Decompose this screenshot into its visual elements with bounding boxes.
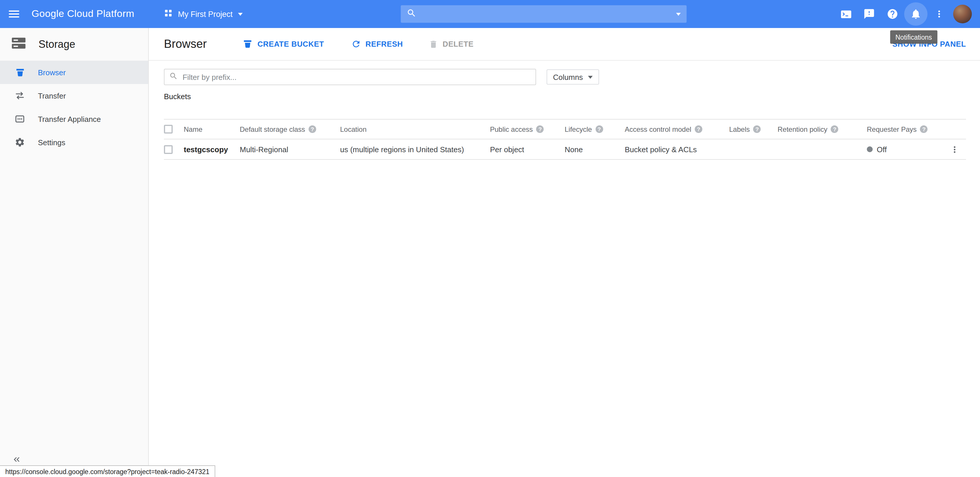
project-caret-icon — [238, 13, 243, 16]
cloud-shell-button[interactable] — [834, 2, 858, 25]
header-checkbox[interactable] — [164, 125, 173, 134]
hamburger-menu-button[interactable] — [0, 0, 28, 28]
sidebar-item-label: Transfer Appliance — [38, 114, 101, 123]
column-header-retention-policy: Retention policy — [778, 125, 867, 133]
help-icon[interactable] — [695, 126, 702, 133]
bucket-lifecycle: None — [565, 145, 625, 154]
filter-box — [164, 69, 536, 85]
sidebar-item-label: Browser — [38, 68, 65, 77]
column-header-storage-class: Default storage class — [240, 125, 340, 133]
create-bucket-icon — [243, 39, 253, 49]
transfer-arrows-icon — [14, 91, 25, 101]
bucket-requester-pays: Off — [867, 145, 943, 154]
page-header: Browser CREATE BUCKET REFRESH DELETE SHO… — [149, 28, 980, 60]
sidebar-item-transfer-appliance[interactable]: Transfer Appliance — [0, 107, 148, 130]
hamburger-icon — [9, 11, 19, 17]
status-bar: https://console.cloud.google.com/storage… — [0, 465, 215, 477]
main-content: Browser CREATE BUCKET REFRESH DELETE SHO… — [149, 28, 980, 477]
column-header-public-access: Public access — [490, 125, 565, 133]
top-bar: Google Cloud Platform My First Project — [0, 0, 980, 28]
requester-pays-status-dot — [867, 146, 873, 152]
sidebar-item-settings[interactable]: Settings — [0, 130, 148, 154]
row-more-vert-icon — [950, 144, 959, 154]
page-title: Browser — [164, 37, 207, 51]
overflow-menu-button[interactable] — [928, 2, 951, 25]
column-header-access-control: Access control model — [625, 125, 729, 133]
bucket-access-control: Bucket policy & ACLs — [625, 145, 729, 154]
help-button[interactable] — [881, 2, 904, 25]
sidebar-collapse-button[interactable] — [12, 455, 21, 466]
bucket-icon — [14, 67, 25, 78]
sidebar: Storage Browser Transfer Transfer Applia… — [0, 28, 149, 477]
bucket-storage-class: Multi-Regional — [240, 145, 340, 154]
help-icon[interactable] — [920, 126, 928, 133]
avatar[interactable] — [953, 5, 972, 23]
refresh-icon — [351, 39, 361, 49]
sidebar-title: Storage — [38, 38, 75, 51]
search-input[interactable] — [421, 10, 671, 19]
filter-search-icon — [169, 72, 178, 83]
bucket-row-checkbox[interactable] — [164, 145, 173, 154]
help-icon[interactable] — [753, 126, 761, 133]
column-header-labels: Labels — [729, 125, 778, 133]
gcp-logo[interactable]: Google Cloud Platform — [32, 8, 134, 20]
collapse-chevrons-icon — [12, 455, 21, 464]
column-header-name: Name — [184, 125, 240, 133]
search-icon — [407, 8, 417, 20]
terminal-icon — [840, 8, 852, 20]
delete-button: DELETE — [429, 39, 474, 49]
content-area: Columns Buckets Name Default storage cla… — [149, 60, 980, 160]
help-icon[interactable] — [831, 126, 838, 133]
feedback-icon — [863, 8, 875, 20]
project-selector[interactable]: My First Project — [164, 0, 243, 28]
column-header-requester-pays: Requester Pays — [867, 125, 943, 133]
bucket-public-access: Per object — [490, 145, 565, 154]
bucket-table-header: Name Default storage class Location Publ… — [164, 119, 966, 139]
help-icon[interactable] — [309, 126, 316, 133]
notifications-button[interactable] — [904, 2, 928, 25]
gcp-console: Google Cloud Platform My First Project — [0, 0, 980, 477]
bucket-row[interactable]: testgcscopy Multi-Regional us (multiple … — [164, 139, 966, 160]
sidebar-item-label: Settings — [38, 138, 65, 147]
storage-product-icon — [11, 35, 27, 54]
feedback-button[interactable] — [858, 2, 881, 25]
sidebar-nav: Browser Transfer Transfer Appliance Sett… — [0, 60, 148, 154]
columns-dropdown[interactable]: Columns — [547, 69, 600, 84]
bell-icon — [910, 8, 922, 20]
search-bar[interactable] — [401, 5, 687, 23]
bucket-name[interactable]: testgcscopy — [184, 145, 240, 154]
topbar-actions — [834, 0, 980, 28]
sidebar-item-browser[interactable]: Browser — [0, 60, 148, 84]
filter-input[interactable] — [183, 73, 531, 81]
notifications-tooltip: Notifications — [890, 30, 937, 44]
sidebar-item-label: Transfer — [38, 91, 66, 100]
columns-caret-icon — [588, 76, 593, 78]
help-icon — [887, 8, 898, 20]
gear-icon — [14, 137, 25, 148]
column-header-lifecycle: Lifecycle — [565, 125, 625, 133]
sidebar-item-transfer[interactable]: Transfer — [0, 84, 148, 107]
sidebar-header: Storage — [0, 28, 148, 60]
appliance-icon — [14, 114, 25, 124]
buckets-section-label: Buckets — [164, 92, 966, 101]
status-bar-url: https://console.cloud.google.com/storage… — [5, 468, 209, 475]
help-icon[interactable] — [536, 126, 544, 133]
more-vert-icon — [934, 9, 944, 19]
project-selector-label: My First Project — [178, 10, 233, 18]
search-caret-icon[interactable] — [676, 13, 681, 16]
row-menu-button[interactable] — [943, 144, 966, 154]
bucket-location: us (multiple regions in United States) — [340, 145, 490, 154]
column-header-location: Location — [340, 125, 490, 133]
filter-row: Columns — [164, 69, 966, 85]
trash-icon — [429, 39, 438, 49]
create-bucket-button[interactable]: CREATE BUCKET — [243, 39, 324, 49]
project-grid-icon — [164, 9, 173, 19]
refresh-button[interactable]: REFRESH — [351, 39, 403, 49]
help-icon[interactable] — [595, 126, 603, 133]
